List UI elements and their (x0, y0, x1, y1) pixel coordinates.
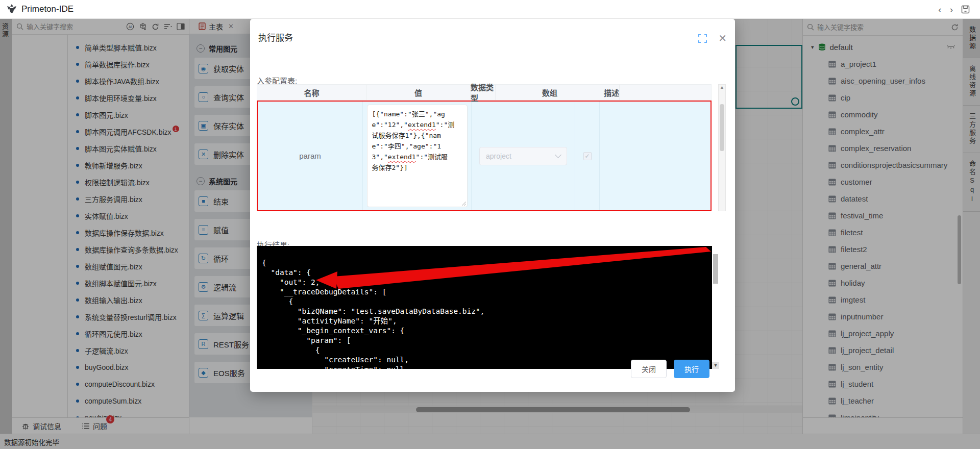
dialog-footer: 关闭 执行 (631, 360, 709, 378)
resize-handle[interactable] (461, 201, 466, 206)
console-line: { (262, 297, 712, 307)
console-line: "bizQName": "test.saveDataByDataBase.biz… (262, 307, 712, 316)
column-header: 数组 (496, 85, 604, 100)
execution-result-console: { "data": { "out": 2, "__traceDebugDetai… (257, 246, 712, 369)
param-config-table: 名称 值 数据类型 数组 描述 param [{"name":"张三","age… (257, 84, 712, 211)
scrollbar-thumb[interactable] (713, 254, 718, 284)
console-line: "__traceDebugDetails": [ (262, 287, 712, 297)
close-button[interactable]: 关闭 (631, 360, 667, 378)
column-header: 数据类型 (471, 85, 496, 100)
console-line: "activityName": "开始", (262, 316, 712, 326)
table-scrollbar[interactable]: ▲ (718, 84, 726, 211)
nav-forward-icon[interactable]: › (950, 5, 953, 14)
console-line: { (262, 258, 712, 268)
console-line: "param": [ (262, 336, 712, 345)
value-line: 务保存2"}] (372, 162, 462, 173)
column-header: 值 (366, 85, 471, 100)
data-type-value: aproject (486, 152, 556, 160)
save-layout-icon[interactable] (961, 5, 970, 14)
value-line: e":"12","extend1":"测 (372, 119, 462, 130)
column-header: 描述 (604, 85, 620, 100)
data-type-select[interactable]: aproject (479, 147, 567, 165)
param-name-cell: param (299, 152, 321, 160)
fullscreen-icon[interactable] (698, 34, 707, 43)
console-json-output: { "data": { "out": 2, "__traceDebugDetai… (257, 246, 712, 369)
close-icon[interactable]: ✕ (718, 33, 727, 43)
app-logo (6, 4, 17, 15)
nav-back-icon[interactable]: ‹ (938, 5, 941, 14)
dialog-header: 执行服务 ✕ (250, 19, 735, 47)
array-checkbox[interactable]: ✓ (583, 152, 592, 160)
app-title: Primeton-IDE (21, 4, 74, 14)
console-line: { (262, 345, 712, 355)
value-line: 试服务保存1"},{"nam (372, 130, 462, 141)
console-line: "out": 2, (262, 278, 712, 287)
chevron-down-icon (555, 152, 561, 158)
table-header-row: 名称 值 数据类型 数组 描述 (257, 84, 712, 101)
column-header: 名称 (257, 85, 366, 100)
param-value-textarea[interactable]: [{"name":"张三","age":"12","extend1":"测试服务… (367, 105, 468, 207)
value-line: 3","extend1":"测试服 (372, 152, 462, 162)
scroll-up-arrow[interactable]: ▲ (719, 85, 725, 92)
dialog-title: 执行服务 (258, 31, 293, 43)
run-button[interactable]: 执行 (674, 360, 709, 378)
execute-service-dialog: 执行服务 ✕ 入参配置表: 名称 值 数据类型 数组 描述 param (250, 19, 735, 392)
value-line: e":"李四","age":"1 (372, 141, 462, 152)
scroll-down-arrow[interactable]: ▼ (712, 362, 719, 369)
param-row-highlighted: param [{"name":"张三","age":"12","extend1"… (257, 101, 712, 211)
console-line: "_begin_context_vars": { (262, 326, 712, 336)
value-line: [{"name":"张三","ag (372, 109, 462, 119)
console-line: "data": { (262, 268, 712, 278)
title-bar: Primeton-IDE ‹ › (0, 0, 980, 19)
scrollbar-thumb[interactable] (720, 104, 724, 151)
console-scrollbar[interactable]: ▼ (712, 246, 719, 369)
